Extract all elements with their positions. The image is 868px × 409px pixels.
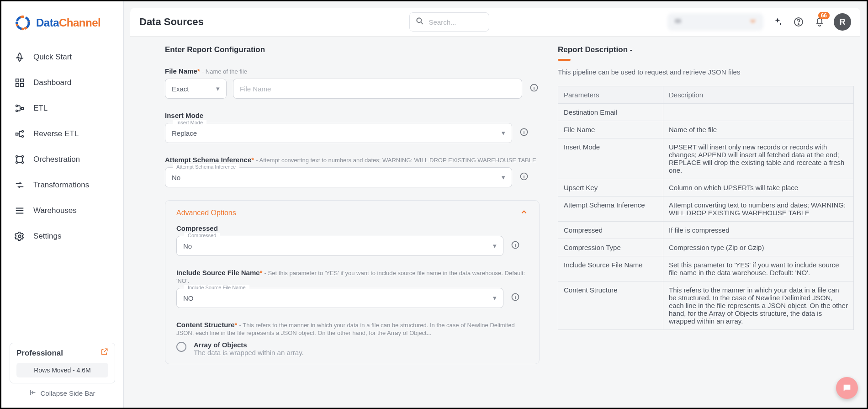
nav-label: Transformations xyxy=(33,181,89,190)
file-name-hint: - Name of the file xyxy=(202,68,247,75)
file-name-label: File Name xyxy=(165,67,197,75)
param-desc: Set this parameter to 'YES' if you want … xyxy=(663,256,854,282)
nav-settings[interactable]: Settings xyxy=(1,223,123,249)
table-row: Insert ModeUPSERT will insert only new r… xyxy=(558,138,854,179)
info-icon[interactable] xyxy=(529,83,540,94)
param-name: Compression Type xyxy=(558,239,663,256)
collapse-icon xyxy=(29,389,37,398)
svg-rect-12 xyxy=(21,107,24,110)
desc-title: Report Description - xyxy=(558,45,854,54)
page-title: Data Sources xyxy=(139,16,231,28)
notifications-button[interactable]: 66 xyxy=(813,15,826,29)
radio-title: Array of Objects xyxy=(194,341,304,349)
insert-mode-label: Insert Mode xyxy=(165,112,203,119)
nav-transformations[interactable]: Transformations xyxy=(1,172,123,198)
table-row: File NameName of the file xyxy=(558,121,854,138)
plan-card: Professional Rows Moved - 4.6M xyxy=(10,343,115,383)
param-name: File Name xyxy=(558,121,663,138)
rocket-icon xyxy=(14,52,25,63)
float-label: Include Source File Name xyxy=(184,285,249,290)
radio-subtitle: The data is wrapped within an array. xyxy=(194,349,304,356)
advanced-title: Advanced Options xyxy=(176,209,236,217)
svg-point-11 xyxy=(16,110,18,112)
param-name: Compressed xyxy=(558,222,663,239)
transform-icon xyxy=(14,180,25,191)
content-structure-label: Content Structure xyxy=(176,321,235,329)
section-title: Enter Report Configuration xyxy=(165,45,540,54)
svg-rect-6 xyxy=(16,79,19,82)
rows-moved: Rows Moved - 4.6M xyxy=(16,363,108,377)
avatar[interactable]: R xyxy=(834,13,851,31)
param-desc: Compression type (Zip or Gzip) xyxy=(663,239,854,256)
nav-label: Warehouses xyxy=(33,206,77,215)
param-desc: Column on which UPSERTs will take place xyxy=(663,179,854,197)
nav-warehouses[interactable]: Warehouses xyxy=(1,198,123,223)
table-row: CompressedIf file is compressed xyxy=(558,222,854,239)
svg-point-13 xyxy=(22,131,24,133)
advanced-toggle[interactable]: Advanced Options xyxy=(176,208,528,218)
insert-mode-value: Replace xyxy=(172,129,197,137)
compressed-value: No xyxy=(183,242,192,250)
nav-quick-start[interactable]: Quick Start xyxy=(1,44,123,70)
nav-dashboard[interactable]: Dashboard xyxy=(1,70,123,96)
info-icon[interactable] xyxy=(510,240,521,251)
param-name: Destination Email xyxy=(558,104,663,121)
reverse-flow-icon xyxy=(14,128,25,139)
nav-reverse-etl[interactable]: Reverse ETL xyxy=(1,121,123,147)
table-row: Attempt Schema InferenceAttempt converti… xyxy=(558,197,854,222)
svg-point-14 xyxy=(22,136,24,138)
param-desc: Name of the file xyxy=(663,121,854,138)
float-label: Attempt Schema Inference xyxy=(173,164,239,170)
info-icon[interactable] xyxy=(519,127,529,138)
nav-label: Quick Start xyxy=(33,53,72,62)
schema-value: No xyxy=(172,174,180,181)
search-input-wrap[interactable] xyxy=(409,12,489,32)
workspace-selector[interactable] xyxy=(667,13,763,31)
external-link-icon[interactable] xyxy=(100,348,108,358)
param-desc: If file is compressed xyxy=(663,222,854,239)
chevron-down-icon xyxy=(749,17,757,27)
plan-name: Professional xyxy=(16,349,63,358)
help-icon[interactable] xyxy=(792,15,805,29)
include-src-value: NO xyxy=(183,294,194,302)
param-name: Content Structure xyxy=(558,282,663,330)
compressed-select[interactable]: Compressed No ▾ xyxy=(176,236,503,256)
file-name-match-select[interactable]: Exact ▾ xyxy=(165,79,227,99)
chat-fab[interactable] xyxy=(836,377,858,399)
sidebar: DataChannel Quick Start Dashboard ET xyxy=(1,1,124,408)
param-desc xyxy=(663,104,854,121)
schema-hint: - Attempt converting text to numbers and… xyxy=(256,157,536,164)
col-parameters: Parameters xyxy=(558,86,663,104)
sparkle-icon[interactable] xyxy=(771,15,784,29)
radio-array-of-objects[interactable]: Array of Objects The data is wrapped wit… xyxy=(176,341,528,356)
nav-label: Orchestration xyxy=(33,155,80,164)
nav-label: Dashboard xyxy=(33,78,71,87)
chevron-down-icon: ▾ xyxy=(216,85,220,93)
insert-mode-select[interactable]: Insert Mode Replace ▾ xyxy=(165,123,512,143)
include-src-select[interactable]: Include Source File Name NO ▾ xyxy=(176,288,503,308)
nav-orchestration[interactable]: Orchestration xyxy=(1,147,123,172)
float-label: Compressed xyxy=(184,233,220,238)
report-config-form: Enter Report Configuration File Name* - … xyxy=(165,45,540,408)
table-row: Include Source File NameSet this paramet… xyxy=(558,256,854,282)
param-desc: Attempt converting text to numbers and d… xyxy=(663,197,854,222)
svg-point-3 xyxy=(27,21,30,24)
chevron-up-icon xyxy=(520,208,528,218)
search-input[interactable] xyxy=(428,18,483,27)
info-icon[interactable] xyxy=(510,292,521,303)
file-name-input[interactable]: File Name xyxy=(233,79,522,99)
radio-icon xyxy=(176,342,186,352)
nav-label: Settings xyxy=(33,232,61,241)
chevron-down-icon: ▾ xyxy=(502,129,505,137)
info-icon[interactable] xyxy=(519,172,529,183)
chevron-down-icon: ▾ xyxy=(493,242,497,250)
nodes-icon xyxy=(14,154,25,165)
svg-rect-15 xyxy=(16,133,18,135)
field-schema-inference: Attempt Schema Inference* - Attempt conv… xyxy=(165,156,540,187)
svg-point-24 xyxy=(798,24,799,25)
schema-inference-select[interactable]: Attempt Schema Inference No ▾ xyxy=(165,167,512,187)
collapse-sidebar[interactable]: Collapse Side Bar xyxy=(10,383,115,401)
svg-rect-7 xyxy=(21,79,23,82)
nav-etl[interactable]: ETL xyxy=(1,96,123,121)
svg-point-2 xyxy=(21,16,24,18)
